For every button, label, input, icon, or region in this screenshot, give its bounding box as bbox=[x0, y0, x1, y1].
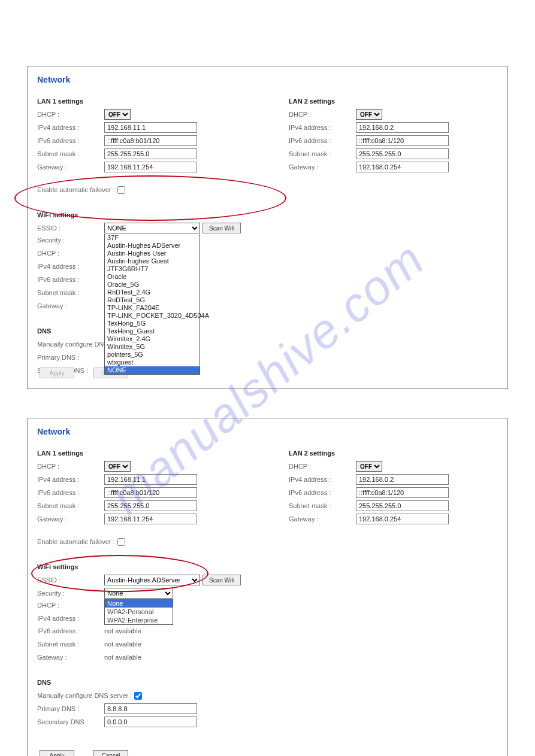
essid-option[interactable]: Austin-Hughes User bbox=[105, 250, 200, 257]
lan1-heading: LAN 1 settings bbox=[37, 450, 253, 457]
failover-checkbox[interactable] bbox=[117, 186, 125, 194]
apply-button[interactable]: Apply bbox=[40, 750, 74, 756]
failover-checkbox[interactable] bbox=[117, 538, 125, 546]
essid-option[interactable]: NONE bbox=[105, 366, 200, 374]
scan-wifi-button[interactable]: Scan Wifi bbox=[202, 223, 241, 233]
lan2-ipv4-input[interactable] bbox=[356, 474, 449, 485]
security-option[interactable]: WPA2-Personal bbox=[105, 608, 173, 616]
lan1-subnet-input[interactable] bbox=[104, 148, 197, 159]
dns-secondary-label: Secondary DNS : bbox=[37, 718, 104, 725]
essid-option[interactable]: Austin-Hughes ADServer bbox=[105, 242, 200, 250]
essid-option[interactable]: TexHong_Guest bbox=[105, 327, 200, 335]
lan2-dhcp-label: DHCP : bbox=[289, 463, 356, 470]
wifi-security-select[interactable]: None bbox=[104, 588, 173, 599]
lan1-subnet-label: Subnet mask : bbox=[37, 502, 104, 509]
wifi-heading: WiFi settings bbox=[37, 563, 498, 570]
essid-option[interactable]: pointers_5G bbox=[105, 351, 200, 359]
wifi-heading: WiFi settings bbox=[37, 211, 498, 218]
dns-primary-label: Primary DNS : bbox=[37, 354, 104, 361]
dns-manual-checkbox[interactable] bbox=[134, 692, 142, 700]
apply-button[interactable]: Apply bbox=[40, 368, 74, 378]
essid-option[interactable]: RnDTest_5G bbox=[105, 296, 200, 304]
essid-option[interactable]: Oracle bbox=[105, 273, 200, 281]
security-option[interactable]: WPA2-Enterprise bbox=[105, 616, 173, 624]
scan-wifi-button[interactable]: Scan Wifi bbox=[202, 575, 241, 585]
lan1-gateway-input[interactable] bbox=[104, 514, 197, 524]
lan2-ipv6-label: IPv6 address : bbox=[289, 489, 356, 496]
wifi-gateway-label: Gateway : bbox=[37, 302, 104, 309]
lan1-dhcp-select[interactable]: OFF bbox=[104, 461, 131, 472]
lan1-heading: LAN 1 settings bbox=[37, 98, 253, 105]
lan1-ipv4-label: IPv4 address : bbox=[37, 476, 104, 483]
lan2-subnet-input[interactable] bbox=[356, 500, 449, 511]
network-panel-1: Network LAN 1 settings DHCP : OFF IPv4 a… bbox=[27, 66, 508, 389]
essid-option[interactable]: wtxguest bbox=[105, 359, 200, 366]
wifi-gateway-value: not available bbox=[104, 654, 141, 661]
lan1-ipv4-input[interactable] bbox=[104, 474, 197, 485]
lan1-dhcp-label: DHCP : bbox=[37, 463, 104, 470]
wifi-ipv4-label: IPv4 address : bbox=[37, 615, 104, 622]
failover-label: Enable automatic failover : bbox=[37, 186, 115, 193]
lan2-dhcp-select[interactable]: OFF bbox=[356, 109, 382, 120]
essid-option[interactable]: 37F bbox=[105, 234, 200, 242]
lan2-gateway-input[interactable] bbox=[356, 162, 449, 172]
lan1-ipv6-label: IPv6 address : bbox=[37, 489, 104, 496]
lan1-dhcp-select[interactable]: OFF bbox=[104, 109, 131, 120]
essid-option[interactable]: Austin-hughes Guest bbox=[105, 257, 200, 265]
lan2-ipv4-label: IPv4 address : bbox=[289, 124, 356, 131]
wifi-gateway-label: Gateway : bbox=[37, 654, 104, 661]
lan2-subnet-label: Subnet mask : bbox=[289, 502, 356, 509]
lan2-subnet-label: Subnet mask : bbox=[289, 150, 356, 157]
lan2-ipv4-input[interactable] bbox=[356, 122, 449, 133]
essid-option[interactable]: Oracle_5G bbox=[105, 281, 200, 289]
essid-option[interactable]: TP-LINK_POCKET_3020_4D504A bbox=[105, 312, 200, 320]
lan2-ipv6-input[interactable] bbox=[356, 135, 449, 146]
wifi-subnet-value: not available bbox=[104, 640, 141, 648]
lan2-gateway-input[interactable] bbox=[356, 514, 449, 524]
panel-title: Network bbox=[37, 75, 498, 84]
essid-option[interactable]: Winnitex_2.4G bbox=[105, 335, 200, 343]
lan2-dhcp-label: DHCP : bbox=[289, 111, 356, 118]
lan1-subnet-input[interactable] bbox=[104, 500, 197, 511]
lan1-ipv6-input[interactable] bbox=[104, 135, 197, 146]
lan2-heading: LAN 2 settings bbox=[289, 450, 457, 457]
wifi-security-label: Security : bbox=[37, 236, 104, 244]
lan2-gateway-label: Gateway : bbox=[289, 163, 356, 171]
wifi-ipv4-label: IPv4 address : bbox=[37, 263, 104, 270]
lan2-heading: LAN 2 settings bbox=[289, 98, 457, 105]
wifi-essid-select[interactable]: NONE bbox=[104, 223, 200, 233]
essid-option[interactable]: RnDTest_2.4G bbox=[105, 289, 200, 296]
dns-manual-label: Manually configure DNS server : bbox=[37, 692, 132, 699]
dns-heading: DNS bbox=[37, 679, 498, 686]
lan1-ipv6-input[interactable] bbox=[104, 487, 197, 498]
dns-primary-input[interactable] bbox=[104, 703, 197, 714]
wifi-ipv6-label: IPv6 address : bbox=[37, 627, 104, 634]
wifi-essid-select[interactable]: Austin-Hughes ADServer bbox=[104, 575, 200, 585]
essid-option[interactable]: TexHong_5G bbox=[105, 320, 200, 327]
essid-option[interactable]: Winnitex_5G bbox=[105, 343, 200, 351]
lan1-dhcp-label: DHCP : bbox=[37, 111, 104, 118]
essid-dropdown-list[interactable]: 37FAustin-Hughes ADServerAustin-Hughes U… bbox=[104, 234, 200, 375]
dns-secondary-input[interactable] bbox=[104, 716, 197, 727]
lan2-subnet-input[interactable] bbox=[356, 148, 449, 159]
wifi-essid-label: ESSID : bbox=[37, 576, 104, 584]
lan1-ipv6-label: IPv6 address : bbox=[37, 137, 104, 144]
lan1-ipv4-input[interactable] bbox=[104, 122, 197, 133]
wifi-dhcp-label: DHCP : bbox=[37, 250, 104, 257]
dns-primary-label: Primary DNS : bbox=[37, 705, 104, 712]
lan2-ipv6-input[interactable] bbox=[356, 487, 449, 498]
essid-option[interactable]: JTF3G6RHT7 bbox=[105, 265, 200, 273]
security-option[interactable]: None bbox=[105, 599, 173, 608]
cancel-button[interactable]: Cancel bbox=[93, 750, 128, 756]
lan2-ipv4-label: IPv4 address : bbox=[289, 476, 356, 483]
failover-label: Enable automatic failover : bbox=[37, 538, 115, 545]
panel-title: Network bbox=[37, 427, 498, 436]
essid-option[interactable]: TP-LINK_FA204E bbox=[105, 304, 200, 312]
wifi-security-label: Security : bbox=[37, 590, 104, 597]
lan2-dhcp-select[interactable]: OFF bbox=[356, 461, 382, 472]
lan1-subnet-label: Subnet mask : bbox=[37, 150, 104, 157]
wifi-dhcp-label: DHCP : bbox=[37, 602, 104, 609]
security-dropdown-list[interactable]: NoneWPA2-PersonalWPA2-Enterprise bbox=[104, 599, 173, 625]
wifi-ipv6-value: not available bbox=[104, 627, 141, 634]
lan1-gateway-input[interactable] bbox=[104, 162, 197, 172]
